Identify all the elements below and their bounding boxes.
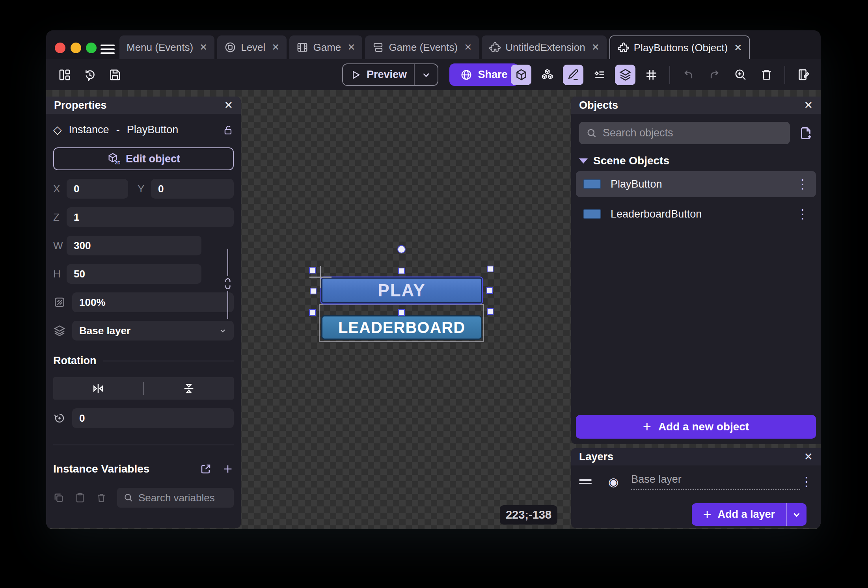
open-in-new-icon[interactable] (200, 463, 212, 475)
add-folder-icon[interactable] (799, 126, 813, 140)
tab-level[interactable]: Level ✕ (217, 35, 287, 59)
close-icon[interactable]: ✕ (804, 99, 813, 112)
kebab-menu-icon[interactable]: ⋮ (796, 178, 809, 190)
object-name: LeaderboardButton (611, 208, 702, 220)
edit-object-button[interactable]: 2D Edit object (53, 147, 234, 170)
preview-button[interactable]: Preview (342, 63, 438, 86)
object-row-playbutton[interactable]: PlayButton ⋮ (576, 171, 816, 197)
width-field-label: W (53, 240, 67, 252)
tab-untitled-extension[interactable]: UntitledExtension ✕ (482, 35, 606, 59)
resize-handle-bottom-center[interactable] (398, 309, 405, 316)
add-variable-icon[interactable] (222, 463, 234, 475)
drag-handle-icon[interactable] (579, 477, 592, 486)
kebab-menu-icon[interactable]: ⋮ (800, 475, 813, 488)
close-icon[interactable]: ✕ (592, 42, 600, 53)
instances-list-3d-button[interactable] (537, 65, 557, 85)
scene-objects-section-title: Scene Objects (593, 154, 669, 167)
y-field[interactable]: 0 (151, 179, 234, 199)
instances-list-icon (593, 68, 606, 81)
playbutton-instance[interactable]: PLAY (321, 277, 482, 303)
search-variables-input[interactable]: Search variables (117, 488, 234, 508)
cursor-coordinates-badge: 223;-138 (500, 505, 557, 525)
resize-handle-middle-left[interactable] (310, 288, 317, 294)
properties-panel-title: Properties (54, 99, 107, 112)
delete-button[interactable] (756, 65, 777, 85)
add-new-object-button[interactable]: + Add a new object (576, 415, 816, 439)
close-icon[interactable]: ✕ (272, 42, 279, 53)
scene-properties-button[interactable] (793, 65, 814, 85)
width-field[interactable]: 300 (67, 236, 201, 255)
resize-handle-bottom-right[interactable] (487, 308, 494, 315)
close-icon[interactable]: ✕ (464, 42, 472, 53)
redo-button[interactable] (704, 65, 725, 85)
z-field[interactable]: 1 (67, 207, 234, 227)
share-button[interactable]: Share (449, 63, 519, 86)
zoom-in-icon (734, 68, 747, 81)
grid-button[interactable] (641, 65, 661, 85)
save-icon[interactable] (108, 68, 122, 82)
resize-handle-top-center[interactable] (398, 268, 405, 274)
opacity-field[interactable]: 100% (72, 292, 234, 312)
z-field-label: Z (53, 211, 67, 223)
instances-list-button[interactable] (589, 65, 609, 85)
rotation-handle[interactable] (397, 245, 406, 253)
flip-vertical-button[interactable] (144, 382, 234, 395)
object-name: PlayButton (611, 178, 662, 190)
close-icon[interactable]: ✕ (224, 99, 233, 112)
kebab-menu-icon[interactable]: ⋮ (796, 208, 809, 220)
link-width-height-toggle[interactable] (223, 249, 233, 319)
object-row-leaderboardbutton[interactable]: LeaderboardButton ⋮ (576, 201, 816, 227)
tab-playbuttons-object[interactable]: PlayButtons (Object) ✕ (609, 35, 750, 59)
paste-icon[interactable] (75, 492, 86, 503)
flip-horizontal-icon (91, 382, 105, 395)
trash-icon[interactable] (96, 492, 107, 503)
layer-visibility-radio-icon[interactable]: ◉ (608, 475, 618, 489)
home-dashboard-icon[interactable] (58, 68, 71, 82)
history-icon[interactable] (83, 68, 97, 82)
instance-object-name: PlayButton (127, 124, 179, 136)
height-field[interactable]: 50 (67, 264, 201, 284)
add-layer-options-button[interactable] (786, 503, 807, 526)
zoom-in-button[interactable] (730, 65, 751, 85)
rotation-angle-field[interactable]: 0 (72, 408, 234, 428)
leaderboardbutton-instance[interactable]: LEADERBOARD (321, 315, 482, 340)
main-menu-icon[interactable] (101, 45, 115, 56)
search-objects-input[interactable]: Search objects (579, 122, 790, 144)
flip-horizontal-button[interactable] (53, 382, 143, 395)
resize-handle-top-right[interactable] (487, 266, 494, 272)
x-field-label: X (53, 183, 67, 195)
tab-game[interactable]: Game ✕ (289, 35, 362, 59)
unlock-icon[interactable] (223, 125, 234, 136)
undo-button[interactable] (678, 65, 698, 85)
window-close-button[interactable] (55, 43, 65, 53)
instance-variables-title: Instance Variables (53, 463, 149, 475)
close-icon[interactable]: ✕ (734, 42, 742, 53)
close-icon[interactable]: ✕ (199, 42, 207, 53)
copy-icon[interactable] (53, 492, 64, 503)
share-label: Share (478, 69, 507, 81)
preview-options-button[interactable] (415, 70, 438, 80)
window-zoom-button[interactable] (86, 43, 97, 53)
add-layer-button[interactable]: + Add a layer (692, 503, 786, 526)
tab-game-events[interactable]: Game (Events) ✕ (365, 35, 479, 59)
layer-name-field[interactable]: Base layer (631, 473, 800, 490)
layers-icon (619, 68, 632, 81)
close-icon[interactable]: ✕ (347, 42, 355, 53)
tab-menu-events[interactable]: Menu (Events) ✕ (119, 35, 214, 59)
layer-row-base-layer: ◉ Base layer ⋮ (571, 470, 821, 493)
toggle-layers-panel-button[interactable] (615, 65, 635, 85)
toggle-properties-panel-button[interactable] (563, 65, 583, 85)
resize-handle-middle-right[interactable] (486, 287, 493, 294)
window-minimize-button[interactable] (71, 43, 81, 53)
scene-objects-section-toggle[interactable]: Scene Objects (579, 154, 813, 167)
play-icon (350, 69, 361, 80)
x-field[interactable]: 0 (67, 179, 128, 199)
objects-panel: Objects ✕ Search objects Scene Objects P… (571, 97, 821, 444)
resize-handle-bottom-left[interactable] (309, 309, 316, 316)
toggle-objects-panel-button[interactable] (511, 65, 531, 85)
tab-bar: Menu (Events) ✕ Level ✕ Game ✕ Game (Eve… (46, 30, 821, 59)
opacity-icon (53, 296, 67, 309)
close-icon[interactable]: ✕ (804, 450, 813, 463)
layer-dropdown[interactable]: Base layer (72, 321, 234, 341)
layer-icon (53, 324, 67, 337)
